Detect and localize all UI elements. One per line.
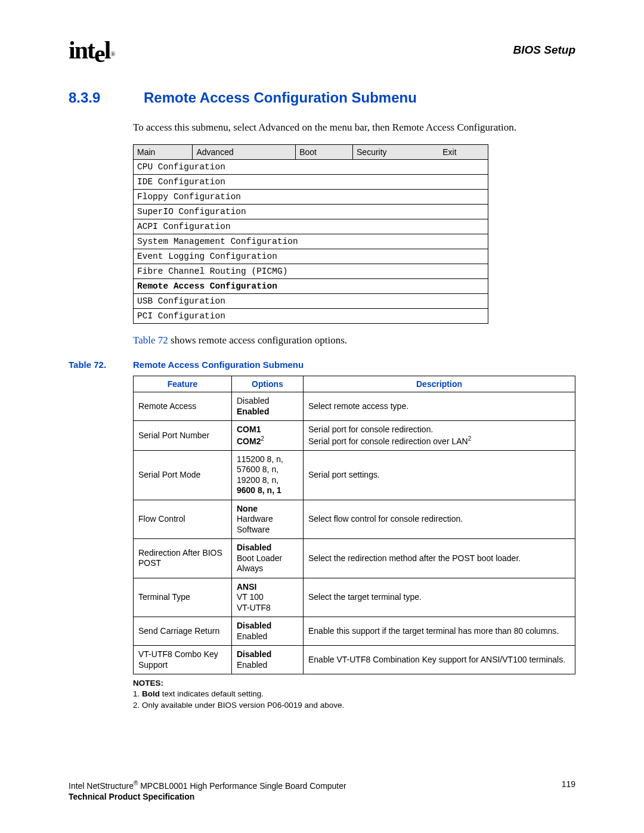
feature-cell: Serial Port Number [134, 421, 232, 451]
description-cell: Serial port for console redirection.Seri… [304, 421, 575, 451]
table-reference-line: Table 72 shows remote access configurati… [133, 335, 575, 346]
tab-boot: Boot [296, 145, 353, 160]
menu-item: Floppy Configuration [134, 190, 488, 205]
table-notes: NOTES: 1. Bold text indicates default se… [133, 678, 575, 711]
description-cell: Select flow control for console redirect… [304, 500, 575, 539]
table-number: Table 72. [69, 360, 133, 370]
menu-item: Fibre Channel Routing (PICMG) [134, 264, 488, 279]
menu-item: Event Logging Configuration [134, 249, 488, 264]
notes-header: NOTES: [133, 679, 163, 688]
feature-cell: VT-UTF8 Combo Key Support [134, 646, 232, 674]
description-cell: Select remote access type. [304, 392, 575, 421]
options-table: Feature Options Description Remote Acces… [133, 376, 575, 674]
table-row: Redirection After BIOS POSTDisabledBoot … [134, 539, 575, 578]
tab-advanced: Advanced [193, 145, 296, 160]
options-cell: DisabledBoot LoaderAlways [232, 539, 304, 578]
description-cell: Serial port settings. [304, 450, 575, 500]
menu-item: ACPI Configuration [134, 219, 488, 234]
table-row: Send Carriage ReturnDisabledEnabledEnabl… [134, 617, 575, 646]
options-cell: 115200 8, n,57600 8, n,19200 8, n,9600 8… [232, 450, 304, 500]
options-cell: DisabledEnabled [232, 392, 304, 421]
section-title: Remote Access Configuration Submenu [144, 89, 417, 106]
section-heading: 8.3.9 Remote Access Configuration Submen… [69, 89, 575, 106]
description-cell: Enable VT-UTF8 Combination Key support f… [304, 646, 575, 674]
menu-item: System Management Configuration [134, 234, 488, 249]
tab-exit: Exit [439, 145, 488, 160]
col-feature: Feature [134, 376, 232, 392]
table-link[interactable]: Table 72 [133, 335, 168, 346]
col-options: Options [232, 376, 304, 392]
description-cell: Select the target terminal type. [304, 578, 575, 617]
footer-line1: Intel NetStructure® MPCBL0001 High Perfo… [69, 781, 346, 791]
menu-item: PCI Configuration [134, 309, 488, 324]
bios-menu-tabs: Main Advanced Boot Security Exit [134, 145, 488, 160]
header-section-label: BIOS Setup [513, 44, 575, 57]
table-row: VT-UTF8 Combo Key SupportDisabledEnabled… [134, 646, 575, 674]
options-cell: DisabledEnabled [232, 617, 304, 646]
menu-item: Remote Access Configuration [134, 279, 488, 294]
intro-paragraph: To access this submenu, select Advanced … [133, 122, 575, 134]
table-row: Flow ControlNoneHardwareSoftwareSelect f… [134, 500, 575, 539]
note-1: 1. Bold text indicates default setting. [133, 689, 264, 698]
table-ref-rest: shows remote access configuration option… [168, 335, 347, 346]
page-number: 119 [562, 779, 575, 802]
feature-cell: Redirection After BIOS POST [134, 539, 232, 578]
menu-item: IDE Configuration [134, 175, 488, 190]
options-cell: COM1COM22 [232, 421, 304, 451]
tab-security: Security [353, 145, 439, 160]
feature-cell: Serial Port Mode [134, 450, 232, 500]
bios-menu-table: Main Advanced Boot Security Exit CPU Con… [133, 144, 488, 324]
page-footer: Intel NetStructure® MPCBL0001 High Perfo… [69, 779, 575, 802]
section-number: 8.3.9 [69, 89, 120, 106]
note-2: 2. Only available under BIOS version P06… [133, 701, 344, 710]
table-row: Serial Port NumberCOM1COM22Serial port f… [134, 421, 575, 451]
feature-cell: Remote Access [134, 392, 232, 421]
tab-main: Main [134, 145, 193, 160]
options-cell: DisabledEnabled [232, 646, 304, 674]
table-row: Serial Port Mode115200 8, n,57600 8, n,1… [134, 450, 575, 500]
description-cell: Select the redirection method after the … [304, 539, 575, 578]
table-caption: Table 72.Remote Access Configuration Sub… [69, 360, 575, 370]
menu-item: USB Configuration [134, 294, 488, 309]
menu-item: SuperIO Configuration [134, 205, 488, 219]
footer-line2: Technical Product Specification [69, 792, 194, 801]
options-cell: ANSIVT 100VT-UTF8 [232, 578, 304, 617]
options-cell: NoneHardwareSoftware [232, 500, 304, 539]
feature-cell: Send Carriage Return [134, 617, 232, 646]
table-row: Terminal TypeANSIVT 100VT-UTF8Select the… [134, 578, 575, 617]
table-title: Remote Access Configuration Submenu [133, 360, 304, 370]
col-description: Description [304, 376, 575, 392]
menu-item: CPU Configuration [134, 160, 488, 175]
feature-cell: Flow Control [134, 500, 232, 539]
table-row: Remote AccessDisabledEnabledSelect remot… [134, 392, 575, 421]
description-cell: Enable this support if the target termin… [304, 617, 575, 646]
page-header: intel® BIOS Setup [69, 36, 575, 64]
feature-cell: Terminal Type [134, 578, 232, 617]
intel-logo: intel® [69, 36, 114, 64]
